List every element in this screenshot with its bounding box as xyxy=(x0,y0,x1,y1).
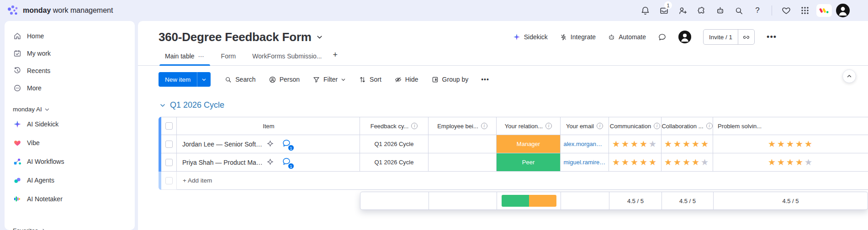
board-chat-icon[interactable] xyxy=(658,33,667,42)
group-by-button[interactable]: Group by xyxy=(427,73,473,86)
copy-link-icon[interactable] xyxy=(738,30,754,44)
board-owner-avatar[interactable] xyxy=(678,31,691,43)
feedback-cycle-cell[interactable]: Q1 2026 Cycle xyxy=(360,153,429,172)
sidebar-item-ai-notetaker[interactable]: AI Notetaker xyxy=(8,189,131,208)
group-header[interactable]: Q1 2026 Cycle xyxy=(159,100,868,110)
problem-solving-rating[interactable]: ★★★★★ xyxy=(713,135,868,153)
tab-workforms-submissions[interactable]: WorkForms Submissio... xyxy=(246,52,328,65)
relationship-label[interactable]: Peer xyxy=(497,153,560,171)
column-header-employee[interactable]: Employee bei...i xyxy=(429,117,497,135)
sidebar-item-my-work[interactable]: My work xyxy=(8,45,131,62)
board-toolbar: New item Search Person Filter Sort xyxy=(138,66,868,87)
add-item-button[interactable]: + Add item xyxy=(177,172,868,190)
person-filter-button[interactable]: Person xyxy=(264,73,304,86)
monday-logo[interactable]: monday work management xyxy=(6,4,113,17)
sidebar-item-label: Home xyxy=(27,32,44,40)
column-header-problem-solving[interactable]: Problem solvin... xyxy=(713,117,868,135)
tab-options-icon[interactable]: ⋯ xyxy=(198,53,205,60)
board-title-control[interactable]: 360-Degree Feedback Form xyxy=(159,30,323,44)
add-view-button[interactable]: + xyxy=(332,50,342,65)
updates-bubble-icon[interactable]: 1 xyxy=(282,157,291,167)
assistant-robot-icon[interactable] xyxy=(713,3,727,18)
product-switcher-grid-icon[interactable] xyxy=(798,3,812,18)
notifications-bell-icon[interactable] xyxy=(638,3,652,18)
sidebar-item-ai-workflows[interactable]: AI Workflows xyxy=(8,152,131,171)
info-icon[interactable]: i xyxy=(654,123,660,129)
column-header-email[interactable]: Your emaili xyxy=(561,117,609,135)
sidebar-item-vibe[interactable]: Vibe xyxy=(8,133,131,152)
collaboration-rating[interactable]: ★★★★★ xyxy=(662,153,713,172)
updates-bubble-icon[interactable]: 1 xyxy=(282,139,291,149)
column-header-item[interactable]: Item xyxy=(177,117,360,135)
select-all-checkbox[interactable] xyxy=(161,117,177,135)
invite-members-icon[interactable] xyxy=(675,3,690,18)
inbox-icon[interactable]: 1 xyxy=(656,3,671,18)
new-item-button[interactable]: New item xyxy=(159,72,197,87)
communication-rating[interactable]: ★★★★★ xyxy=(609,153,662,172)
sidekick-sparkle-icon xyxy=(513,33,521,41)
vibe-heart-icon[interactable] xyxy=(779,3,794,18)
sort-button[interactable]: Sort xyxy=(354,73,386,86)
monday-product-chip[interactable] xyxy=(816,4,832,17)
chevron-down-icon xyxy=(341,77,346,82)
sidebar-item-recents[interactable]: Recents xyxy=(8,62,131,79)
invite-button[interactable]: Invite / 1 xyxy=(704,30,738,44)
collapse-header-button[interactable] xyxy=(842,69,856,83)
summary-relationship-distribution[interactable] xyxy=(497,192,561,209)
search-icon[interactable] xyxy=(731,3,746,18)
tab-form[interactable]: Form xyxy=(215,52,243,65)
collaboration-rating[interactable]: ★★★★★ xyxy=(662,135,713,153)
sidebar-item-home[interactable]: Home xyxy=(8,27,131,45)
email-link[interactable]: alex.morgan@con... xyxy=(564,141,606,147)
employee-cell[interactable] xyxy=(429,153,497,172)
sidebar-section-monday-ai[interactable]: monday AI xyxy=(13,106,131,113)
item-name[interactable]: Priya Shah — Product Manager xyxy=(182,159,266,166)
table-header-row: Item Feedback cy...i Employee bei...i Yo… xyxy=(159,117,868,135)
sidebar-item-ai-sidekick[interactable]: AI Sidekick xyxy=(8,115,131,133)
sidebar-item-ai-agents[interactable]: AI Agents xyxy=(8,171,131,189)
sidebar-item-more[interactable]: More xyxy=(8,79,131,97)
integrate-button[interactable]: Integrate xyxy=(560,33,596,41)
user-avatar[interactable] xyxy=(836,4,850,17)
relationship-split-segment xyxy=(529,195,556,207)
ai-notetaker-icon xyxy=(13,194,22,204)
row-checkbox[interactable] xyxy=(161,153,177,172)
communication-rating[interactable]: ★★★★★ xyxy=(609,135,662,153)
automate-button[interactable]: Automate xyxy=(608,33,646,41)
hide-button[interactable]: Hide xyxy=(390,73,423,86)
column-header-collaboration[interactable]: Collaboration ...i xyxy=(662,117,713,135)
add-item-row: + Add item xyxy=(159,172,868,190)
help-icon[interactable]: ? xyxy=(750,3,765,18)
tab-main-table[interactable]: Main table ⋯ xyxy=(159,52,211,65)
board-more-options[interactable]: ••• xyxy=(767,32,777,42)
relationship-cell: Peer xyxy=(497,153,561,172)
problem-solving-rating[interactable]: ★★★★★ xyxy=(713,153,868,172)
search-button[interactable]: Search xyxy=(220,73,260,86)
filter-button[interactable]: Filter xyxy=(308,73,350,86)
ai-sparkle-icon[interactable] xyxy=(266,158,275,167)
column-header-communication[interactable]: Communicationi xyxy=(609,117,662,135)
toolbar-more-options[interactable]: ••• xyxy=(476,73,494,86)
ai-sparkle-icon[interactable] xyxy=(266,140,275,148)
info-icon[interactable]: i xyxy=(706,123,713,129)
info-icon[interactable]: i xyxy=(481,123,487,129)
chevron-down-icon xyxy=(44,107,50,112)
row-checkbox[interactable] xyxy=(161,135,177,153)
apps-puzzle-icon[interactable] xyxy=(694,3,709,18)
sidebar-section-favorites[interactable]: Favorites xyxy=(13,227,46,230)
info-icon[interactable]: i xyxy=(545,123,552,129)
chevron-right-icon xyxy=(41,228,46,230)
sidekick-button[interactable]: Sidekick xyxy=(513,33,548,41)
column-header-relationship[interactable]: Your relation...i xyxy=(497,117,561,135)
feedback-cycle-cell[interactable]: Q1 2026 Cycle xyxy=(360,135,429,153)
new-item-dropdown[interactable] xyxy=(197,72,211,87)
item-name[interactable]: Jordan Lee — Senior Software E... xyxy=(182,141,266,148)
relationship-label[interactable]: Manager xyxy=(497,135,560,153)
info-icon[interactable]: i xyxy=(411,123,418,129)
info-icon[interactable]: i xyxy=(597,123,603,129)
ai-workflows-icon xyxy=(13,157,22,166)
relationship-cell: Manager xyxy=(497,135,561,153)
column-header-feedback-cycle[interactable]: Feedback cy...i xyxy=(360,117,429,135)
email-link[interactable]: miguel.ramirez@c... xyxy=(564,159,606,166)
employee-cell[interactable] xyxy=(429,135,497,153)
